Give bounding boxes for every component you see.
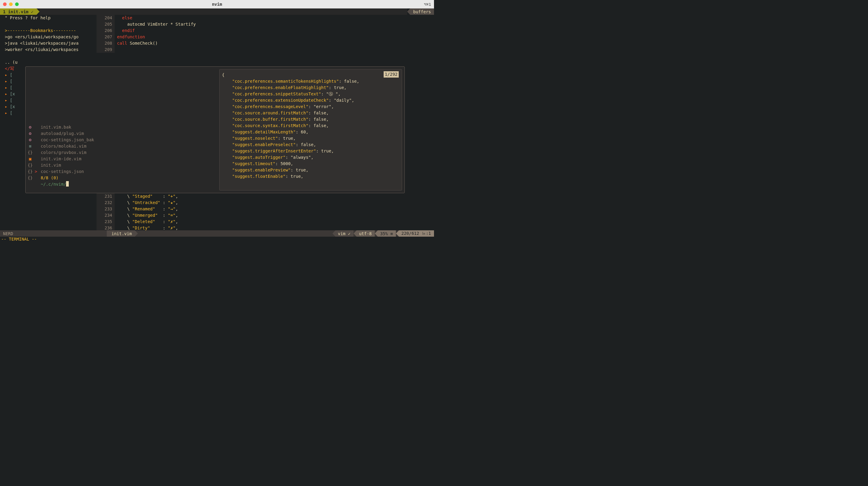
statusline-percent: 35% ≡: [375, 230, 396, 237]
fzf-file-item[interactable]: {}colors/gruvbox.vim: [26, 149, 219, 156]
window-minimize-button[interactable]: [9, 2, 13, 6]
preview-line: "coc.preferences.messageLevel": "error",: [222, 104, 399, 110]
preview-line: {: [222, 72, 399, 78]
window-title: nvim: [212, 2, 222, 7]
tabline: 1 init.vim ✓ buffers: [0, 8, 434, 15]
preview-line: "coc.preferences.extensionUpdateCheck": …: [222, 97, 399, 104]
preview-line: "coc.source.around.firstMatch": false,: [222, 110, 399, 116]
titlebar: nvim ⌥⌘1: [0, 0, 434, 8]
fzf-popup[interactable]: ⚙init.vim.bak⚙autoload/plug.vim⚙coc-sett…: [25, 66, 405, 193]
line-gutter: 204205206207208209: [96, 15, 115, 53]
fzf-file-item[interactable]: ⚙coc-settings.json_bak: [26, 137, 219, 143]
preview-line: "suggest.enablePreselect": false,: [222, 142, 399, 148]
statusline-nerd: NERD: [0, 230, 16, 237]
preview-line: "coc.source.buffer.firstMatch": false,: [222, 116, 399, 122]
preview-line: "coc.preferences.enableFloatHighlight": …: [222, 85, 399, 91]
fzf-file-item[interactable]: {}>coc-settings.json: [26, 168, 219, 175]
fzf-file-item[interactable]: ⚙init.vim.bak: [26, 124, 219, 131]
statusline: NERD init.vim vim ✓ utf-8 35% ≡ 220/612 …: [0, 230, 434, 237]
window-maximize-button[interactable]: [15, 2, 19, 6]
preview-line: "suggest.detailMaxLength": 60,: [222, 129, 399, 135]
preview-line: "coc.preferences.semanticTokensHighlight…: [222, 78, 399, 85]
cursor: [66, 181, 69, 187]
fzf-prompt: ~/.c/nvim/: [41, 181, 66, 188]
fzf-preview[interactable]: 1/292 { "coc.preferences.semanticTokensH…: [219, 69, 402, 191]
statusline-filename: init.vim: [107, 230, 138, 237]
fzf-file-item[interactable]: {}init.vim: [26, 162, 219, 168]
fzf-info-row: {}8/8 (0): [26, 175, 219, 181]
window-close-button[interactable]: [3, 2, 7, 6]
fzf-file-item[interactable]: ⚙autoload/plug.vim: [26, 131, 219, 137]
preview-line: "suggest.timeout": 5000,: [222, 161, 399, 167]
fzf-file-item[interactable]: ▣init.vim-ide.vim: [26, 156, 219, 162]
buffers-label[interactable]: buffers: [407, 8, 434, 15]
statusline-encoding: utf-8: [353, 230, 375, 237]
bookmarks-header: >---------Bookmarks---------: [0, 27, 96, 34]
statusline-filetype: vim ✓: [332, 230, 353, 237]
fzf-file-list[interactable]: ⚙init.vim.bak⚙autoload/plug.vim⚙coc-sett…: [26, 67, 219, 193]
tab-active[interactable]: 1 init.vim ✓: [0, 8, 39, 15]
preview-line: "suggest.noselect": true,: [222, 135, 399, 142]
preview-line: "coc.preferences.snippetStatusText": "Ⓢ …: [222, 91, 399, 97]
fzf-prompt-row[interactable]: ~/.c/nvim/: [26, 181, 219, 188]
fzf-file-item[interactable]: ≡colors/molokai.vim: [26, 143, 219, 149]
statusline-position: 220/612 ㏑:1: [396, 230, 434, 237]
bookmark-item[interactable]: >go <ers/liukai/workspaces/go: [0, 34, 96, 40]
bookmark-item[interactable]: >worker <rs/liukai/workspaces: [0, 47, 96, 53]
code-line[interactable]: \ "Untracked" : "★",: [117, 200, 178, 206]
bookmark-item[interactable]: >java <liukai/workspaces/java: [0, 40, 96, 47]
preview-line: "suggest.floatEnable": true,: [222, 173, 399, 180]
code-content[interactable]: else autocmd VimEnter * Startify endifen…: [117, 15, 434, 47]
editor-main: 1 init.vim ✓ buffers " Press ? for help …: [0, 8, 434, 243]
code-line[interactable]: autocmd VimEnter * Startify: [117, 21, 434, 27]
code-line[interactable]: \ "Renamed" : "→",: [117, 206, 178, 212]
sidebar-help: " Press ? for help: [0, 15, 96, 21]
code-content[interactable]: \ "Staged" : "+", \ "Untracked" : "★", \…: [115, 193, 178, 231]
code-line[interactable]: else: [117, 15, 434, 21]
preview-line: "suggest.autoTrigger": "always",: [222, 154, 399, 161]
code-line[interactable]: \ "Unmerged" : "=",: [117, 212, 178, 219]
tree-parent[interactable]: .. (u: [0, 59, 96, 65]
tabline-spacer: [39, 8, 407, 15]
code-line[interactable]: \ "Deleted" : "✗",: [117, 219, 178, 225]
preview-count: 1/292: [384, 71, 399, 78]
code-line[interactable]: endfunction: [117, 34, 434, 40]
preview-line: "coc.source.syntax.firstMatch": false,: [222, 122, 399, 129]
preview-line: "suggest.enablePreview": true,: [222, 167, 399, 173]
line-gutter: 231232233234235236: [96, 193, 115, 231]
code-bottom-section: 231232233234235236 \ "Staged" : "+", \ "…: [96, 193, 434, 231]
mode-line: -- TERMINAL --: [0, 237, 434, 243]
code-line[interactable]: \ "Staged" : "+",: [117, 193, 178, 200]
code-line[interactable]: call SomeCheck(): [117, 40, 434, 47]
preview-line: "suggest.triggerAfterInsertEnter": true,: [222, 148, 399, 154]
window-shortcut: ⌥⌘1: [424, 2, 431, 7]
code-line[interactable]: endif: [117, 27, 434, 34]
